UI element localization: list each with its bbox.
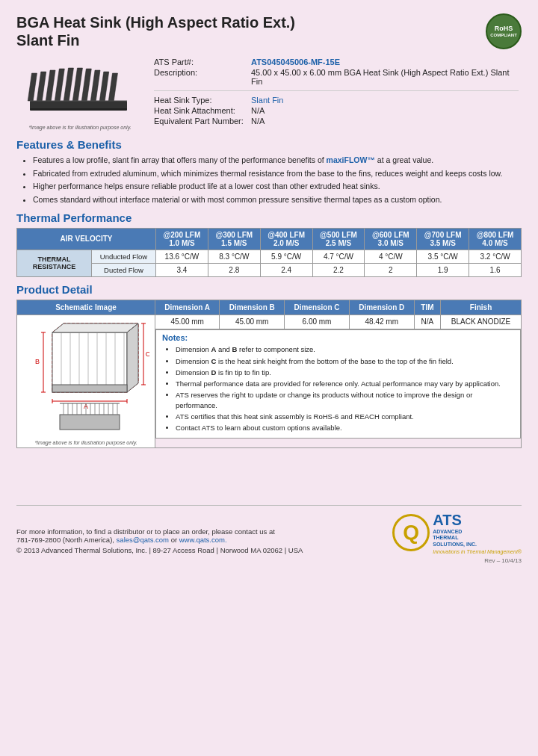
list-item: Higher performance helps ensure reliable…	[33, 181, 522, 192]
schematic-image-cell: A B C	[17, 315, 155, 447]
highlight-text: maxiFLOW™	[327, 155, 375, 164]
features-title: Features & Benefits	[16, 138, 522, 151]
col-dim-d: Dimension D	[349, 300, 414, 315]
unducted-400: 5.9 °C/W	[260, 250, 312, 263]
unducted-label: Unducted Flow	[92, 250, 156, 263]
heatsink-attachment-label: Heat Sink Attachment:	[151, 105, 248, 116]
ducted-800: 1.6	[469, 263, 522, 276]
unducted-800: 3.2 °C/W	[469, 250, 522, 263]
svg-rect-12	[30, 108, 127, 111]
col-200lfm: @200 LFM1.0 M/S	[156, 228, 208, 250]
svg-rect-27	[52, 385, 127, 392]
heatsink-type-value: Slant Fin	[248, 95, 522, 105]
col-dim-c: Dimension C	[285, 300, 350, 315]
ducted-300: 2.8	[208, 263, 260, 276]
thermal-performance-section: Thermal Performance AIR VELOCITY @200 LF…	[16, 211, 522, 277]
list-item: ATS reserves the right to update or chan…	[176, 390, 514, 410]
list-item: Fabricated from extruded aluminum, which…	[33, 168, 522, 179]
dim-a-value: 45.00 mm	[155, 315, 220, 329]
svg-rect-2	[37, 72, 46, 101]
ats-fullname: ADVANCED THERMAL SOLUTIONS, INC.	[433, 529, 522, 548]
heatsink-attachment-row: Heat Sink Attachment: N/A	[151, 105, 522, 116]
title-block: BGA Heat Sink (High Aspect Ratio Ext.) S…	[16, 13, 295, 49]
ats-tagline: Innovations in Thermal Management®	[433, 549, 522, 554]
features-list: Features a low profile, slant fin array …	[16, 155, 522, 205]
ats-q-mark: Q	[392, 514, 430, 551]
footer-spacer	[16, 453, 522, 498]
rohs-text: RoHS	[495, 25, 513, 33]
thermal-table-header: AIR VELOCITY @200 LFM1.0 M/S @300 LFM1.5…	[17, 228, 522, 250]
svg-rect-3	[46, 70, 55, 101]
col-300lfm: @300 LFM1.5 M/S	[208, 228, 260, 250]
page-title: BGA Heat Sink (High Aspect Ratio Ext.) S…	[16, 13, 295, 49]
ducted-500: 2.2	[312, 263, 365, 276]
page-number: Rev – 10/4/13	[16, 557, 522, 564]
ducted-600: 2	[365, 263, 417, 276]
thermal-performance-title: Thermal Performance	[16, 211, 522, 224]
thermal-resistance-label: THERMAL RESISTANCE	[17, 250, 92, 276]
rohs-badge: RoHS COMPLIANT	[486, 13, 522, 49]
rohs-compliant: COMPLIANT	[490, 33, 517, 38]
part-number-value: ATS045045006-MF-15E	[248, 57, 522, 67]
heatsink-type-label: Heat Sink Type:	[151, 95, 248, 105]
description-row: Description: 45.00 x 45.00 x 6.00 mm BGA…	[151, 67, 522, 87]
ducted-flow-row: Ducted Flow 3.4 2.8 2.4 2.2 2 1.9 1.6	[17, 263, 522, 276]
notes-title: Notes:	[162, 333, 514, 342]
col-500lfm: @500 LFM2.5 M/S	[312, 228, 365, 250]
footer-copyright: © 2013 Advanced Thermal Solutions, Inc. …	[16, 546, 303, 554]
footer-left: For more information, to find a distribu…	[16, 527, 303, 554]
col-schematic: Schematic Image	[17, 300, 155, 315]
col-600lfm: @600 LFM3.0 M/S	[365, 228, 417, 250]
unducted-600: 4 °C/W	[365, 250, 417, 263]
svg-rect-8	[90, 70, 100, 101]
equivalent-part-value: N/A	[248, 116, 522, 126]
list-item: Thermal performance data are provided fo…	[176, 379, 514, 388]
unducted-700: 3.5 °C/W	[417, 250, 469, 263]
unducted-200: 13.6 °C/W	[156, 250, 208, 263]
list-item: Comes standard without interface materia…	[33, 194, 522, 205]
list-item: Features a low profile, slant fin array …	[33, 155, 522, 166]
unducted-flow-row: THERMAL RESISTANCE Unducted Flow 13.6 °C…	[17, 250, 522, 263]
schematic-image: A B C	[22, 317, 149, 437]
svg-rect-6	[72, 68, 82, 101]
svg-marker-17	[52, 323, 138, 332]
part-info-table: ATS Part#: ATS045045006-MF-15E Descripti…	[151, 57, 522, 126]
heatsink-type-row: Heat Sink Type: Slant Fin	[151, 95, 522, 105]
ats-logo: Q ATS ADVANCED THERMAL SOLUTIONS, INC. I…	[392, 512, 522, 554]
equivalent-part-row: Equivalent Part Number: N/A	[151, 116, 522, 126]
product-image-area: *Image above is for illustration purpose…	[16, 57, 143, 132]
list-item: Dimension A and B refer to component siz…	[176, 344, 514, 354]
product-image-caption: *Image above is for illustration purpose…	[28, 125, 131, 130]
ducted-label: Ducted Flow	[92, 263, 156, 276]
svg-rect-7	[81, 69, 91, 101]
schematic-caption: *Image above is for illustration purpose…	[22, 440, 150, 445]
product-info-section: *Image above is for illustration purpose…	[16, 57, 522, 132]
svg-rect-9	[99, 72, 108, 101]
header-section: BGA Heat Sink (High Aspect Ratio Ext.) S…	[16, 13, 522, 49]
finish-value: BLACK ANODIZE	[441, 315, 522, 329]
features-section: Features & Benefits Features a low profi…	[16, 138, 522, 205]
heatsink-attachment-value: N/A	[248, 105, 522, 116]
svg-rect-5	[64, 68, 73, 101]
tim-value: N/A	[414, 315, 440, 329]
equivalent-part-label: Equivalent Part Number:	[151, 116, 248, 126]
list-item: Dimension D is fin tip to fin tip.	[176, 368, 514, 377]
air-velocity-header: AIR VELOCITY	[17, 228, 156, 250]
product-detail-table: Schematic Image Dimension A Dimension B …	[16, 300, 522, 448]
list-item: Contact ATS to learn about custom option…	[176, 423, 514, 433]
footer-contact: For more information, to find a distribu…	[16, 527, 303, 544]
product-details-right: ATS Part#: ATS045045006-MF-15E Descripti…	[151, 57, 522, 132]
part-number-label: ATS Part#:	[151, 57, 248, 67]
col-dim-b: Dimension B	[220, 300, 285, 315]
product-detail-row: A B C	[17, 315, 522, 329]
description-value: 45.00 x 45.00 x 6.00 mm BGA Heat Sink (H…	[248, 67, 522, 87]
list-item: ATS certifies that this heat sink assemb…	[176, 412, 514, 421]
product-detail-header: Schematic Image Dimension A Dimension B …	[17, 300, 522, 315]
notes-section: Notes: Dimension A and B refer to compon…	[155, 329, 521, 438]
svg-rect-10	[108, 73, 117, 101]
description-label: Description:	[151, 67, 248, 87]
notes-list: Dimension A and B refer to component siz…	[162, 344, 514, 433]
part-number-row: ATS Part#: ATS045045006-MF-15E	[151, 57, 522, 67]
col-tim: TIM	[414, 300, 440, 315]
ducted-700: 1.9	[417, 263, 469, 276]
